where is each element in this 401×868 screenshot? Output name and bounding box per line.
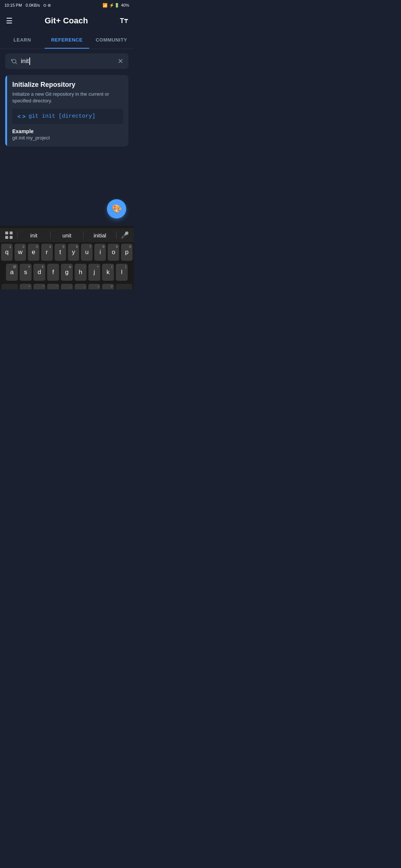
result-title: Initialize Repository <box>12 81 123 89</box>
key-o[interactable]: o9 <box>108 244 119 261</box>
key-e[interactable]: e3 <box>28 244 39 261</box>
status-time: 10:15 PM <box>4 3 22 7</box>
tab-community[interactable]: COMMUNITY <box>89 31 134 49</box>
battery-percent: 40% <box>121 3 129 7</box>
status-right: 📶 ⚡🔋 40% <box>102 3 129 8</box>
result-card[interactable]: Initialize Repository Initialize a new G… <box>5 75 128 147</box>
key-x[interactable]: x" <box>33 284 45 289</box>
key-z[interactable]: z* <box>20 284 32 289</box>
key-c[interactable]: c' <box>47 284 59 289</box>
status-icons: ⊙ ⊚ <box>43 3 51 8</box>
status-left: 10:15 PM 0.0KB/s ⊙ ⊚ <box>4 3 51 8</box>
key-g[interactable]: g& <box>61 264 73 281</box>
suggestion-divider-2 <box>50 231 50 239</box>
suggestion-unit[interactable]: unit <box>51 228 82 242</box>
svg-line-3 <box>16 63 17 64</box>
key-h[interactable]: h- <box>75 264 87 281</box>
signal-icon: 📶 <box>102 3 108 8</box>
suggestion-divider-3 <box>83 231 84 239</box>
status-network: 0.0KB/s <box>26 3 40 7</box>
search-cursor <box>29 57 30 65</box>
content-area: 🎨 <box>0 148 134 226</box>
keyboard-suggestions: init unit initial 🎤 <box>0 228 134 242</box>
svg-rect-7 <box>10 236 13 239</box>
tab-learn-label: LEARN <box>13 37 31 43</box>
key-w[interactable]: w2 <box>14 244 26 261</box>
key-u[interactable]: u7 <box>81 244 92 261</box>
key-a[interactable]: a@ <box>6 264 18 281</box>
key-l[interactable]: l) <box>116 264 128 281</box>
tab-bar: LEARN REFERENCE COMMUNITY <box>0 31 134 49</box>
key-p[interactable]: p0 <box>121 244 133 261</box>
keyboard-grid-icon[interactable] <box>1 228 16 242</box>
keyboard-row-3: ⇧ z* x" c' v: b; n! m? ⌫ <box>0 282 134 289</box>
keyboard-row-2: a@ s# d£ f g& h- j+ k( l) <box>0 262 134 282</box>
key-d[interactable]: d£ <box>33 264 45 281</box>
search-box[interactable]: init ✕ <box>5 53 128 69</box>
key-s[interactable]: s# <box>20 264 32 281</box>
status-bar: 10:15 PM 0.0KB/s ⊙ ⊚ 📶 ⚡🔋 40% <box>0 0 134 10</box>
key-q[interactable]: q1 <box>1 244 13 261</box>
search-icon <box>10 58 17 65</box>
result-description: Initialize a new Git repository in the c… <box>12 91 123 104</box>
key-v[interactable]: v: <box>61 284 73 289</box>
result-card-body: Initialize Repository Initialize a new G… <box>7 75 128 147</box>
result-example-label: Example <box>12 128 123 134</box>
tab-learn[interactable]: LEARN <box>0 31 45 49</box>
key-f[interactable]: f <box>47 264 59 281</box>
command-text: git init [directory] <box>29 113 95 119</box>
key-i[interactable]: i8 <box>94 244 106 261</box>
keyboard: init unit initial 🎤 q1 w2 e3 r4 t5 y6 u7… <box>0 226 134 289</box>
keyboard-row-1: q1 w2 e3 r4 t5 y6 u7 i8 o9 p0 <box>0 242 134 262</box>
shift-key[interactable]: ⇧ <box>1 284 18 289</box>
mic-icon[interactable]: 🎤 <box>117 228 132 242</box>
suggestion-divider-1 <box>17 231 17 239</box>
search-input[interactable]: init <box>21 57 114 65</box>
code-icon: < > <box>17 113 26 119</box>
fab-button[interactable]: 🎨 <box>107 199 126 218</box>
result-example-value: git init my_project <box>12 135 123 141</box>
key-n[interactable]: n! <box>88 284 100 289</box>
tab-community-label: COMMUNITY <box>96 37 127 43</box>
tab-reference[interactable]: REFERENCE <box>45 31 89 49</box>
suggestion-init[interactable]: init <box>18 228 49 242</box>
suggestion-divider-4 <box>116 231 117 239</box>
backspace-key[interactable]: ⌫ <box>116 284 132 289</box>
key-t[interactable]: t5 <box>55 244 66 261</box>
key-r[interactable]: r4 <box>41 244 53 261</box>
hamburger-menu-icon[interactable]: ☰ <box>6 16 13 25</box>
search-container: init ✕ <box>0 49 134 73</box>
svg-rect-5 <box>10 231 13 234</box>
fab-icon: 🎨 <box>112 204 122 214</box>
key-m[interactable]: m? <box>102 284 114 289</box>
text-size-icon[interactable]: Tᴛ <box>120 17 128 25</box>
result-command: < > git init [directory] <box>12 109 123 124</box>
svg-rect-4 <box>5 231 8 234</box>
search-value: init <box>21 57 29 65</box>
search-clear-button[interactable]: ✕ <box>118 57 123 65</box>
svg-rect-6 <box>5 236 8 239</box>
key-y[interactable]: y6 <box>68 244 79 261</box>
app-bar: ☰ Git+ Coach Tᴛ <box>0 10 134 31</box>
tab-reference-label: REFERENCE <box>51 37 83 43</box>
key-b[interactable]: b; <box>75 284 87 289</box>
app-title: Git+ Coach <box>45 16 88 26</box>
battery-icon: ⚡🔋 <box>109 3 120 8</box>
key-k[interactable]: k( <box>102 264 114 281</box>
key-j[interactable]: j+ <box>88 264 100 281</box>
suggestion-initial[interactable]: initial <box>84 228 115 242</box>
